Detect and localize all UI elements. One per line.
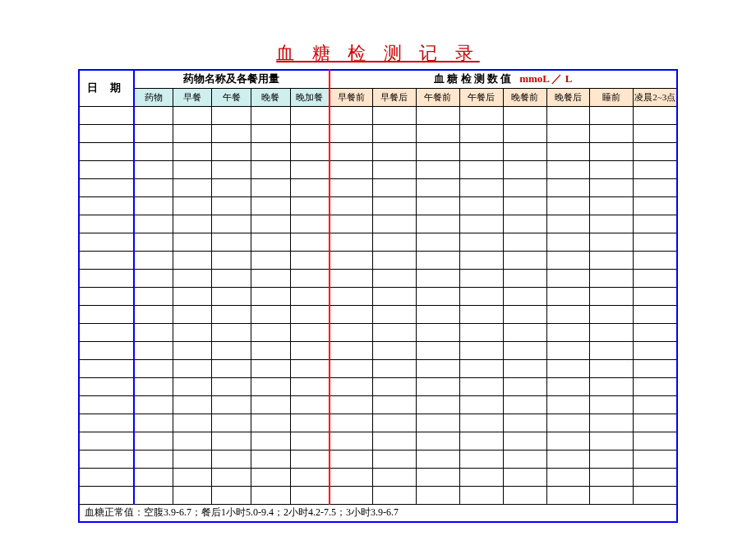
table-cell (251, 432, 291, 450)
table-cell (590, 468, 634, 486)
table-cell (503, 124, 546, 142)
table-cell (372, 377, 416, 395)
table-cell (251, 450, 291, 468)
table-row (79, 178, 677, 196)
table-cell (251, 323, 291, 341)
table-cell (416, 287, 459, 305)
table-cell (330, 233, 373, 251)
table-cell (634, 305, 677, 323)
table-cell (134, 414, 173, 432)
table-cell (79, 432, 134, 450)
table-cell (590, 395, 634, 414)
table-cell (212, 305, 251, 323)
table-cell (590, 305, 634, 323)
table-cell (546, 341, 590, 359)
table-cell (546, 414, 590, 432)
table-cell (134, 323, 173, 341)
table-cell (590, 269, 634, 287)
table-cell (79, 106, 134, 124)
table-cell (503, 432, 546, 450)
table-cell (251, 359, 291, 377)
table-cell (290, 359, 330, 377)
table-cell (459, 196, 503, 215)
table-cell (212, 160, 251, 178)
table-cell (416, 395, 459, 414)
table-cell (251, 196, 291, 215)
table-cell (503, 468, 546, 486)
table-cell (459, 142, 503, 160)
table-cell (290, 414, 330, 432)
table-cell (173, 305, 212, 323)
table-cell (590, 432, 634, 450)
table-cell (251, 468, 291, 486)
table-cell (459, 414, 503, 432)
table-cell (503, 486, 546, 504)
table-cell (134, 106, 173, 124)
table-cell (330, 359, 373, 377)
table-cell (590, 124, 634, 142)
table-cell (546, 486, 590, 504)
table-cell (212, 106, 251, 124)
table-cell (590, 450, 634, 468)
table-cell (212, 215, 251, 233)
table-cell (134, 251, 173, 269)
table-cell (503, 323, 546, 341)
table-cell (416, 341, 459, 359)
table-cell (503, 142, 546, 160)
table-cell (134, 178, 173, 196)
table-cell (372, 450, 416, 468)
table-cell (330, 450, 373, 468)
table-cell (372, 196, 416, 215)
table-cell (634, 215, 677, 233)
table-cell (503, 450, 546, 468)
table-cell (590, 142, 634, 160)
table-cell (251, 377, 291, 395)
table-cell (212, 142, 251, 160)
table-cell (416, 215, 459, 233)
table-cell (134, 269, 173, 287)
table-cell (416, 269, 459, 287)
table-cell (590, 160, 634, 178)
table-cell (590, 341, 634, 359)
table-cell (330, 341, 373, 359)
table-cell (546, 160, 590, 178)
table-cell (590, 178, 634, 196)
subheader-blood-2: 早餐后 (372, 88, 416, 106)
table-cell (79, 323, 134, 341)
table-cell (330, 486, 373, 504)
table-row (79, 486, 677, 504)
table-cell (212, 432, 251, 450)
header-blood-prefix: 血 糖 检 测 数 值 (434, 72, 511, 85)
table-row (79, 251, 677, 269)
table-cell (251, 142, 291, 160)
table-cell (79, 142, 134, 160)
table-cell (173, 341, 212, 359)
table-cell (416, 160, 459, 178)
table-cell (290, 377, 330, 395)
table-cell (79, 287, 134, 305)
table-cell (173, 468, 212, 486)
table-cell (330, 432, 373, 450)
table-cell (79, 269, 134, 287)
table-cell (290, 124, 330, 142)
table-cell (290, 450, 330, 468)
table-cell (330, 196, 373, 215)
table-cell (79, 305, 134, 323)
table-cell (79, 468, 134, 486)
table-cell (79, 414, 134, 432)
table-cell (416, 124, 459, 142)
table-cell (372, 341, 416, 359)
table-cell (459, 124, 503, 142)
table-cell (251, 287, 291, 305)
table-cell (330, 160, 373, 178)
table-cell (459, 305, 503, 323)
table-cell (134, 233, 173, 251)
table-cell (459, 323, 503, 341)
table-cell (634, 359, 677, 377)
table-row (79, 305, 677, 323)
table-cell (372, 178, 416, 196)
table-cell (416, 432, 459, 450)
table-cell (416, 251, 459, 269)
table-cell (212, 196, 251, 215)
table-cell (590, 414, 634, 432)
